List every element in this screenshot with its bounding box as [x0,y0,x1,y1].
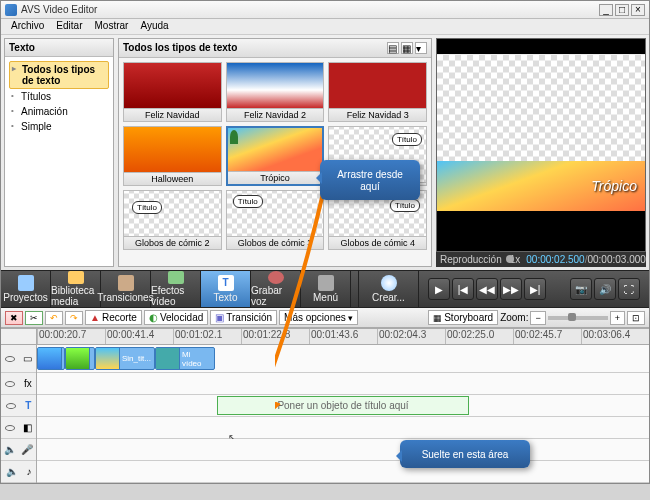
undo-button[interactable]: ↶ [45,311,63,325]
zoom-slider[interactable] [548,316,608,320]
rewind-button[interactable]: ◀◀ [476,278,498,300]
menu-mostrar[interactable]: Mostrar [88,19,134,34]
thumb-feliz-navidad-2[interactable]: Feliz Navidad 2 [226,62,325,122]
callout-drop: Suelte en esta área [400,440,530,468]
window-title: AVS Video Editor [21,4,597,15]
eye-icon [5,425,15,431]
tree-item-titulos[interactable]: Títulos [9,89,109,104]
velocidad-button[interactable]: ◐Velocidad [144,310,208,325]
preview-screen: Trópico [436,38,646,252]
recorte-button[interactable]: ▲Recorte [85,310,142,325]
track-head-audio2[interactable]: 🔈♪ [1,461,36,483]
time-total: 00:00:03.000 [587,254,645,265]
menu-editar[interactable]: Editar [50,19,88,34]
track-overlay[interactable] [37,417,649,439]
titlebar: AVS Video Editor _ □ × [1,1,649,19]
next-frame-button[interactable]: ▶| [524,278,546,300]
transiciones-icon [118,275,134,291]
zoom-out-button[interactable]: − [530,311,545,325]
thumb-feliz-navidad-3[interactable]: Feliz Navidad 3 [328,62,427,122]
track-head-video[interactable]: ▭ [1,345,36,373]
gallery: Todos los tipos de texto ▤ ▦ ▾ Feliz Nav… [118,38,432,267]
track-head-overlay[interactable]: ◧ [1,417,36,439]
zoom-label: Zoom: [500,312,528,323]
clip-2[interactable] [65,347,95,370]
thumb-feliz-navidad[interactable]: Feliz Navidad [123,62,222,122]
track-audio2[interactable] [37,461,649,483]
texto-icon: T [218,275,234,291]
preview-panel: Trópico Reproducción 1x 00:00:02.500 / 0… [436,38,646,267]
zoom-in-button[interactable]: + [610,311,625,325]
overlay-icon: ◧ [23,422,32,433]
delete-button[interactable]: ✖ [5,311,23,325]
track-head-audio1[interactable]: 🔈🎤 [1,439,36,461]
thumb-halloween[interactable]: Halloween [123,126,222,186]
clip-1[interactable] [37,347,65,370]
sort-dropdown-icon[interactable]: ▾ [415,42,427,54]
track-audio1[interactable] [37,439,649,461]
mic-icon: 🎤 [21,444,33,455]
tab-proyectos[interactable]: Proyectos [1,271,51,307]
note-icon: ♪ [27,466,32,477]
timeline: ▭ fx T ◧ 🔈🎤 🔈♪ 00:00:20.700:00:41.400:01… [1,328,649,483]
ruler: 00:00:20.700:00:41.400:01:02.100:01:22.8… [37,329,649,345]
tree-item-simple[interactable]: Simple [9,119,109,134]
timeline-toolbar: ✖ ✂ ↶ ↷ ▲Recorte ◐Velocidad ▣Transición … [1,308,649,328]
tab-transiciones[interactable]: Transiciones [101,271,151,307]
track-head-effect[interactable]: fx [1,373,36,395]
volume-button[interactable]: 🔊 [594,278,616,300]
thumb-globos-3[interactable]: TítuloGlobos de cómic 3 [226,190,325,250]
fx-icon: fx [24,378,32,389]
tab-grabar[interactable]: Grabar voz [251,271,301,307]
fullscreen-button[interactable]: ⛶ [618,278,640,300]
preview-playbar: Reproducción 1x 00:00:02.500 / 00:00:03.… [436,252,646,267]
tab-efectos[interactable]: Efectos vídeo [151,271,201,307]
zoom-fit-button[interactable]: ⊡ [627,311,645,325]
menu-archivo[interactable]: Archivo [5,19,50,34]
thumb-globos-2[interactable]: TítuloGlobos de cómic 2 [123,190,222,250]
clip-4[interactable]: Mi vídeo [155,347,215,370]
film-icon: ▭ [23,353,32,364]
tree-item-animacion[interactable]: Animación [9,104,109,119]
track-text[interactable]: Poner un objeto de título aquí [37,395,649,417]
forward-button[interactable]: ▶▶ [500,278,522,300]
minimize-button[interactable]: _ [599,4,613,16]
crear-button[interactable]: Crear... [359,271,419,307]
playbar-label: Reproducción [440,254,502,265]
menu-ayuda[interactable]: Ayuda [134,19,174,34]
app-icon [5,4,17,16]
tab-biblioteca[interactable]: Biblioteca media [51,271,101,307]
tracks-area[interactable]: 00:00:20.700:00:41.400:01:02.100:01:22.8… [37,329,649,483]
redo-button[interactable]: ↷ [65,311,83,325]
close-button[interactable]: × [631,4,645,16]
snapshot-button[interactable]: 📷 [570,278,592,300]
prev-frame-button[interactable]: |◀ [452,278,474,300]
title-drop-zone[interactable]: Poner un objeto de título aquí [217,396,469,415]
app-window: AVS Video Editor _ □ × Archivo Editar Mo… [0,0,650,484]
cut-button[interactable]: ✂ [25,311,43,325]
tool-row: Proyectos Biblioteca media Transiciones … [1,270,649,308]
main-area: Texto Todos los tipos de texto Títulos A… [1,35,649,270]
eye-icon [6,403,16,409]
tree: Todos los tipos de texto Títulos Animaci… [5,57,113,138]
play-button[interactable]: ▶ [428,278,450,300]
tree-item-all[interactable]: Todos los tipos de texto [9,61,109,89]
tab-menu[interactable]: Menú [301,271,351,307]
maximize-button[interactable]: □ [615,4,629,16]
view-list-icon[interactable]: ▤ [387,42,399,54]
track-video[interactable]: Sin_tit... Mi vídeo [37,345,649,373]
track-headers: ▭ fx T ◧ 🔈🎤 🔈♪ [1,329,37,483]
track-effect[interactable] [37,373,649,395]
gallery-title: Todos los tipos de texto [123,42,385,54]
mas-opciones-dropdown[interactable]: Más opciones ▾ [279,310,358,325]
time-current: 00:00:02.500 [526,254,584,265]
eye-icon [5,356,15,362]
tab-texto[interactable]: TTexto [201,271,251,307]
transicion-button[interactable]: ▣Transición [210,310,277,325]
mic-icon [268,271,284,284]
view-grid-icon[interactable]: ▦ [401,42,413,54]
gallery-header: Todos los tipos de texto ▤ ▦ ▾ [119,39,431,58]
track-head-text[interactable]: T [1,395,36,417]
clip-3[interactable]: Sin_tit... [95,347,155,370]
storyboard-button[interactable]: ▦ Storyboard [428,310,498,325]
